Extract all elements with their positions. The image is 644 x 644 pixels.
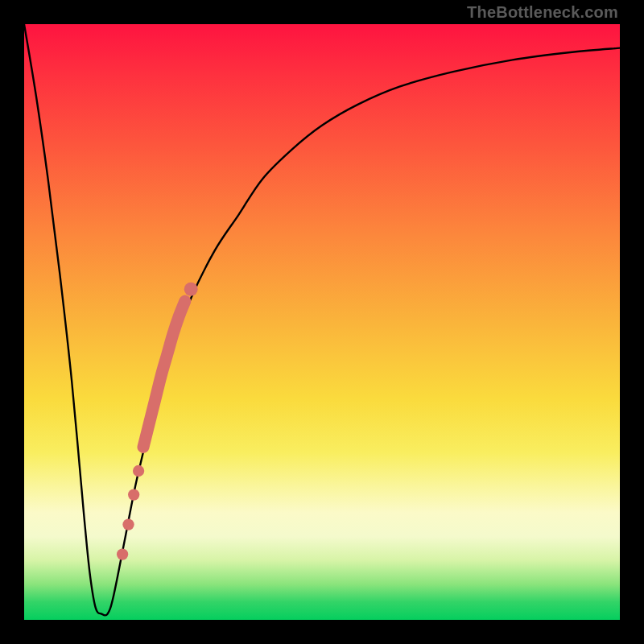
highlight-track — [143, 301, 185, 447]
highlight-dot — [184, 283, 198, 296]
curve-path — [24, 24, 620, 616]
chart-svg — [24, 24, 620, 620]
highlight-dot — [133, 465, 144, 477]
highlight-dot — [117, 548, 128, 559]
bottleneck-curve — [24, 24, 620, 616]
highlight-dot — [128, 489, 139, 500]
chart-frame: TheBottleneck.com — [0, 0, 644, 644]
highlight-dot — [122, 518, 134, 530]
watermark-text: TheBottleneck.com — [467, 3, 618, 22]
plot-area — [24, 24, 620, 620]
